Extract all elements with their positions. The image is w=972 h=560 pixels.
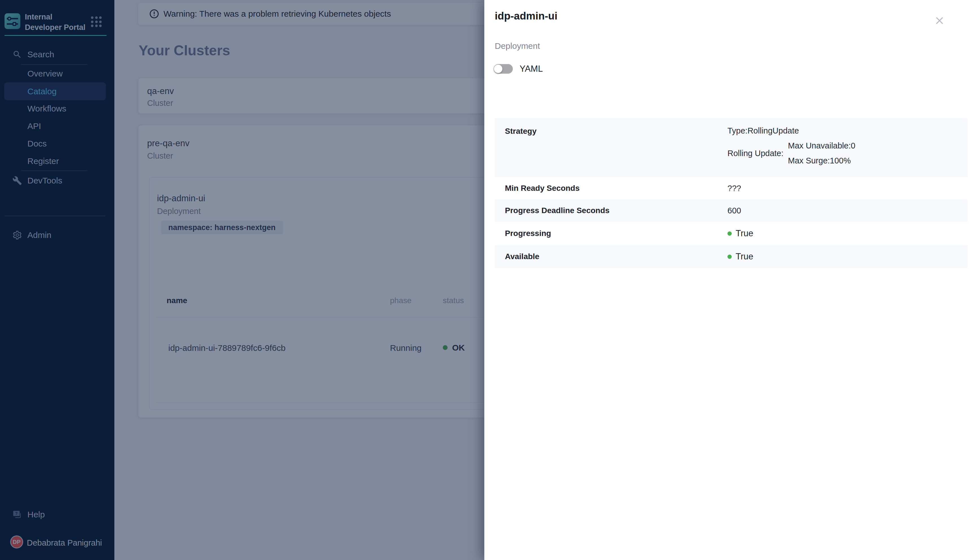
detail-value-text: True <box>736 228 753 238</box>
deployment-details-table: Strategy Type:RollingUpdate Rolling Upda… <box>495 118 967 268</box>
detail-value: True <box>727 252 753 262</box>
detail-value: Type:RollingUpdate Rolling Update: Max U… <box>727 126 855 165</box>
max-unavailable: Max Unavailable:0 <box>788 141 855 150</box>
drawer-section-label: Deployment <box>495 41 540 51</box>
close-icon[interactable] <box>934 15 945 26</box>
detail-row-min-ready-seconds: Min Ready Seconds ??? <box>495 177 967 200</box>
detail-value: ??? <box>727 184 741 193</box>
detail-value: True <box>727 228 753 238</box>
detail-row-progress-deadline-seconds: Progress Deadline Seconds 600 <box>495 200 967 222</box>
strategy-type: Type:RollingUpdate <box>727 126 855 135</box>
drawer-title: idp-admin-ui <box>495 10 558 22</box>
detail-label: Available <box>505 252 539 261</box>
detail-label: Progress Deadline Seconds <box>505 206 610 215</box>
rolling-update-label: Rolling Update: <box>727 149 783 158</box>
detail-label: Progressing <box>505 229 551 238</box>
detail-row-available: Available True <box>495 245 967 268</box>
status-true-dot <box>727 232 732 236</box>
yaml-toggle-label: YAML <box>519 64 543 74</box>
detail-label: Strategy <box>505 127 536 136</box>
max-surge: Max Surge:100% <box>788 156 855 165</box>
detail-value: 600 <box>727 206 741 215</box>
detail-row-progressing: Progressing True <box>495 222 967 245</box>
details-drawer: idp-admin-ui Deployment YAML Strategy Ty… <box>484 0 972 560</box>
detail-label: Min Ready Seconds <box>505 184 580 193</box>
toggle-knob <box>494 65 503 73</box>
detail-value-text: True <box>736 252 753 262</box>
yaml-toggle[interactable]: YAML <box>494 64 543 74</box>
detail-row-strategy: Strategy Type:RollingUpdate Rolling Upda… <box>495 118 967 177</box>
status-true-dot <box>727 255 732 259</box>
toggle-track[interactable] <box>494 64 513 74</box>
